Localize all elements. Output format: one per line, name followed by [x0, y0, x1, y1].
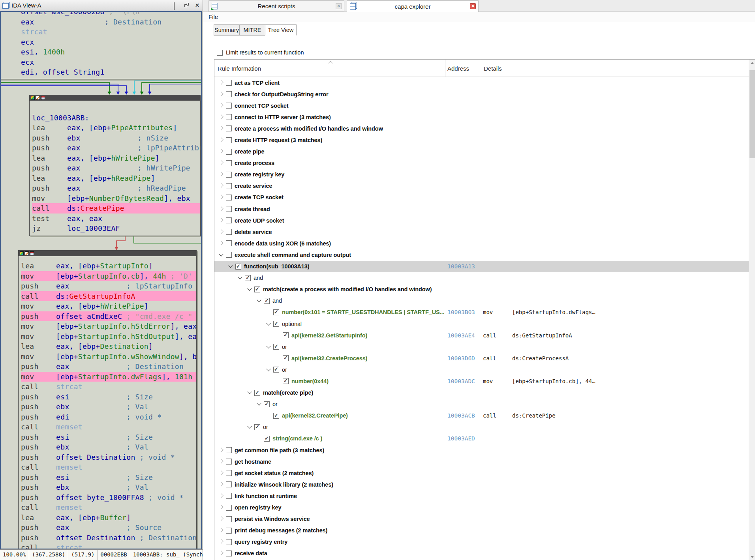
expand-chevron-icon[interactable]	[219, 172, 223, 176]
row-checkbox[interactable]	[226, 516, 232, 522]
asm-line[interactable]: push edi ; void *	[21, 412, 196, 422]
expand-chevron-icon[interactable]	[219, 218, 223, 222]
asm-line[interactable]: push offset Destination ; Destination	[21, 533, 196, 543]
expand-chevron-icon[interactable]	[219, 470, 223, 475]
tree-row[interactable]: query registry entry	[214, 536, 749, 548]
tab-capa-explorer[interactable]: capa explorer ✕	[347, 0, 479, 12]
row-checkbox[interactable]	[226, 114, 232, 120]
asm-line[interactable]: eax ; Destination	[21, 17, 202, 27]
row-checkbox[interactable]	[283, 355, 289, 361]
scroll-up-button[interactable]	[749, 60, 755, 66]
collapse-chevron-icon[interactable]	[266, 344, 270, 348]
asm-line[interactable]: mov [ebp+NumberOfBytesRead], ebx	[32, 193, 200, 204]
row-checkbox[interactable]	[226, 172, 232, 178]
asm-line[interactable]: push offset Destination ; void *	[21, 452, 196, 463]
tree-row[interactable]: connect TCP socket	[214, 100, 749, 111]
collapse-chevron-icon[interactable]	[219, 252, 223, 256]
node-color-icon[interactable]	[31, 96, 35, 100]
asm-line[interactable]: push eax ; hReadPipe	[32, 183, 200, 193]
tree-row[interactable]: optional	[214, 318, 749, 330]
asm-line[interactable]: lea eax, [ebp+Destination]	[21, 341, 196, 352]
tab-summary[interactable]: Summary	[214, 24, 240, 36]
tree-row[interactable]: execute shell command and capture output	[214, 249, 749, 260]
tree-row[interactable]: api(kernel32.CreateProcess)10003D6Dcalld…	[214, 352, 749, 364]
asm-line[interactable]: mov [ebp+StartupInfo.wShowWindow], bx	[21, 352, 196, 362]
row-checkbox[interactable]	[226, 206, 232, 212]
asm-line[interactable]: jz loc_10003EAF	[32, 223, 200, 234]
tab-tree-view[interactable]: Tree View	[265, 24, 297, 36]
row-checkbox[interactable]	[226, 91, 232, 97]
asm-line[interactable]: lea eax, [ebp+Buffer]	[21, 513, 196, 523]
ida-titlebar[interactable]: IDA View-A ✕	[0, 0, 203, 11]
expand-chevron-icon[interactable]	[219, 459, 223, 463]
row-checkbox[interactable]	[226, 229, 232, 235]
scrollbar-thumb[interactable]	[749, 70, 755, 158]
expand-chevron-icon[interactable]	[219, 92, 223, 96]
scroll-down-button[interactable]	[749, 554, 755, 560]
tree-row[interactable]: match(create a process with modified I/O…	[214, 284, 749, 295]
expand-chevron-icon[interactable]	[219, 493, 223, 498]
asm-line[interactable]: call memset	[21, 462, 196, 472]
asm-line[interactable]: push eax ; hWritePipe	[32, 163, 200, 173]
tree-row[interactable]: number(0x101 = STARTF_USESTDHANDLES | ST…	[214, 307, 749, 318]
tab-mitre[interactable]: MITRE	[239, 24, 265, 36]
node-group-icon[interactable]	[30, 251, 34, 255]
expand-chevron-icon[interactable]	[219, 516, 223, 521]
expand-chevron-icon[interactable]	[219, 482, 223, 486]
tree-row[interactable]: delete service	[214, 226, 749, 238]
row-checkbox[interactable]	[226, 539, 232, 545]
maximize-button[interactable]	[174, 3, 179, 8]
tree-row[interactable]: initialize Winsock library (2 matches)	[214, 479, 749, 490]
asm-line[interactable]: mov [ebp+StartupInfo.dwFlags], 101h	[21, 372, 196, 382]
tree-row[interactable]: api(kernel32.GetStartupInfo)10003AE4call…	[214, 330, 749, 341]
tree-row[interactable]: get socket status (2 matches)	[214, 467, 749, 479]
close-button[interactable]: ✕	[195, 3, 200, 8]
collapse-chevron-icon[interactable]	[228, 263, 233, 268]
tree-row[interactable]: persist via Windows service	[214, 513, 749, 525]
float-button[interactable]	[184, 3, 190, 8]
asm-line[interactable]: push ebx ; Val	[21, 442, 196, 452]
asm-line[interactable]: mov [ebp+StartupInfo.cb], 44h ; 'D'	[21, 271, 196, 281]
tree-row[interactable]: create pipe	[214, 146, 749, 157]
expand-chevron-icon[interactable]	[219, 137, 223, 142]
asm-line[interactable]: call ds:GetStartupInfoA	[21, 291, 196, 302]
node-titlebar[interactable]	[30, 95, 200, 101]
asm-line[interactable]: mov [ebp+StartupInfo.hStdOutput], eax	[21, 332, 196, 342]
row-checkbox[interactable]	[226, 481, 232, 487]
tree-row[interactable]: create TCP socket	[214, 192, 749, 203]
expand-chevron-icon[interactable]	[219, 195, 223, 199]
graph-node[interactable]: offset asc_10000288 ; "\r\n"eax ; Destin…	[0, 11, 202, 79]
row-checkbox[interactable]	[283, 332, 289, 338]
asm-line[interactable]: call memset	[21, 502, 196, 513]
asm-line[interactable]: lea eax, [ebp+StartupInfo]	[21, 261, 196, 271]
tree-row[interactable]: api(kernel32.CreatePipe)10003ACBcallds:C…	[214, 410, 749, 421]
expand-chevron-icon[interactable]	[219, 103, 223, 107]
expand-chevron-icon[interactable]	[219, 551, 223, 555]
tree-row[interactable]: get common file path (3 matches)	[214, 444, 749, 456]
collapse-chevron-icon[interactable]	[257, 298, 261, 302]
expand-chevron-icon[interactable]	[219, 528, 223, 532]
row-checkbox[interactable]	[226, 217, 232, 223]
row-checkbox[interactable]	[273, 321, 279, 327]
row-checkbox[interactable]	[264, 436, 270, 442]
asm-line[interactable]: call memset	[21, 422, 196, 432]
row-checkbox[interactable]	[235, 264, 241, 270]
tree-row[interactable]: connect to HTTP server (3 matches)	[214, 111, 749, 123]
asm-line[interactable]: strcat	[21, 27, 202, 37]
row-checkbox[interactable]	[226, 195, 232, 200]
close-icon[interactable]: ✕	[336, 3, 342, 9]
limit-results-checkbox[interactable]	[217, 50, 223, 56]
row-checkbox[interactable]	[226, 80, 232, 86]
asm-line[interactable]: mov eax, [ebp+hWritePipe]	[21, 301, 196, 311]
expand-chevron-icon[interactable]	[219, 539, 223, 543]
tree-row[interactable]: get hostname	[214, 456, 749, 467]
expand-chevron-icon[interactable]	[219, 80, 223, 84]
row-checkbox[interactable]	[254, 424, 260, 430]
graph-canvas[interactable]: offset asc_10000288 ; "\r\n"eax ; Destin…	[0, 11, 202, 549]
collapse-chevron-icon[interactable]	[238, 275, 242, 279]
row-checkbox[interactable]	[226, 551, 232, 556]
row-checkbox[interactable]	[226, 505, 232, 511]
row-checkbox[interactable]	[273, 367, 279, 373]
asm-line[interactable]: mov [ebp+StartupInfo.hStdError], eax	[21, 321, 196, 332]
row-checkbox[interactable]	[254, 390, 260, 396]
